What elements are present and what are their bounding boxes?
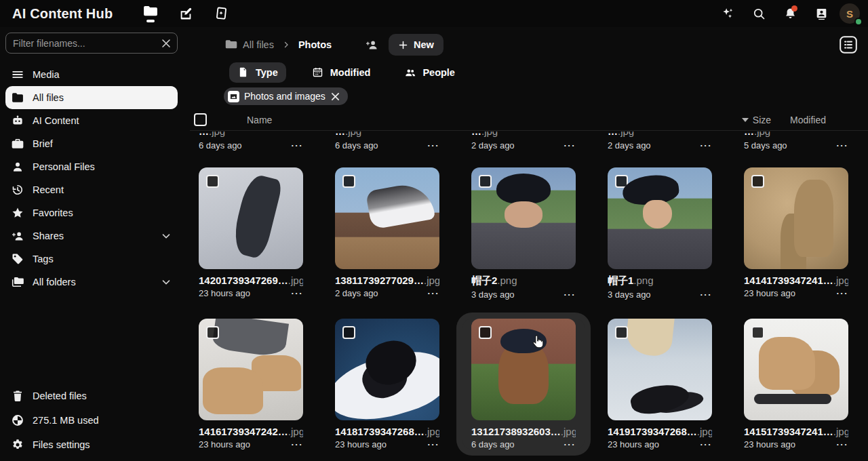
new-button[interactable]: New — [389, 34, 443, 56]
file-extension: .png — [633, 275, 653, 286]
file-checkbox[interactable] — [751, 326, 764, 339]
share-folder-button[interactable] — [361, 35, 382, 55]
app-title: AI Content Hub — [12, 6, 113, 22]
file-checkbox[interactable] — [615, 326, 628, 339]
file-modified: 23 hours ago — [335, 439, 387, 449]
chevron-down-icon[interactable] — [160, 276, 172, 288]
file-tile-hovered[interactable]: 13121738932603….jpg 6 days ago — [462, 319, 585, 449]
filter-chip-label: Modified — [330, 67, 371, 78]
sidebar-item-ai-content[interactable]: AI Content — [5, 109, 178, 132]
more-actions-button[interactable] — [837, 289, 849, 298]
remove-filter-button[interactable] — [330, 91, 341, 102]
filter-chip-modified[interactable]: Modified — [304, 62, 379, 83]
sidebar-item-label: Deleted files — [33, 390, 172, 401]
more-actions-button[interactable] — [837, 141, 849, 150]
files-app-button[interactable] — [136, 0, 165, 27]
breadcrumb: All files Photos — [225, 39, 332, 50]
file-tile[interactable]: 14141739347241….jpg 23 hours ago — [735, 167, 857, 300]
view-toggle-button[interactable] — [838, 35, 859, 55]
more-actions-button[interactable] — [428, 440, 440, 449]
file-tile[interactable]: 14151739347241….jpg 23 hours ago — [735, 319, 857, 449]
file-thumbnail — [335, 167, 439, 269]
file-tile[interactable]: 14191739347268….jpg 23 hours ago — [599, 319, 721, 449]
more-actions-button[interactable] — [564, 290, 576, 299]
sidebar-item-all-files[interactable]: All files — [5, 86, 178, 109]
file-tile[interactable]: 13811739277029….jpg 2 days ago — [326, 167, 448, 300]
sidebar-item-all-folders[interactable]: All folders — [5, 270, 178, 294]
more-actions-button[interactable] — [292, 289, 304, 298]
file-thumbnail — [744, 167, 848, 269]
more-actions-button[interactable] — [428, 141, 440, 150]
folder-icon — [143, 5, 158, 18]
column-header-size[interactable]: Size — [742, 115, 771, 125]
file-checkbox[interactable] — [342, 326, 355, 339]
file-tile[interactable]: 帽子1.png 3 days ago — [599, 167, 721, 300]
user-avatar[interactable]: S — [840, 3, 860, 24]
gear-icon — [11, 438, 24, 452]
sidebar-item-personal-files[interactable]: Personal Files — [5, 155, 178, 178]
notifications-button[interactable] — [777, 1, 803, 26]
clear-filter-button[interactable] — [159, 36, 174, 51]
active-filter-label: Photos and images — [244, 91, 326, 102]
file-thumbnail — [744, 319, 848, 420]
filter-chip-people[interactable]: People — [396, 62, 463, 83]
compose-icon — [178, 6, 193, 21]
file-modified: 23 hours ago — [744, 288, 795, 298]
file-tile[interactable]: 14161739347242….jpg 23 hours ago — [190, 319, 312, 449]
file-checkbox[interactable] — [615, 175, 628, 188]
photos-app-button[interactable] — [206, 0, 236, 27]
more-actions-button[interactable] — [292, 440, 304, 449]
ai-assistant-button[interactable] — [715, 1, 741, 26]
filter-filenames-input[interactable] — [5, 33, 178, 54]
sidebar-item-media[interactable]: Media — [5, 63, 178, 86]
sidebar-item-label: Personal Files — [33, 161, 172, 172]
compose-app-button[interactable] — [171, 0, 201, 27]
more-actions-button[interactable] — [564, 440, 576, 449]
active-filter-chip[interactable]: Photos and images — [224, 87, 348, 105]
file-checkbox[interactable] — [479, 326, 492, 339]
sidebar-item-label: All files — [33, 92, 172, 103]
file-tile-partial[interactable]: ….jpg 5 days ago — [735, 132, 857, 151]
file-tile-partial[interactable]: ….jpg 2 days ago — [599, 132, 721, 151]
sidebar-item-deleted-files[interactable]: Deleted files — [5, 384, 178, 408]
trash-icon — [11, 389, 24, 403]
file-tile-partial[interactable]: ….jpg 6 days ago — [190, 132, 312, 151]
column-header-name[interactable]: Name — [247, 115, 272, 125]
file-tile[interactable]: 14201739347269….jpg 23 hours ago — [190, 167, 312, 300]
more-actions-button[interactable] — [701, 141, 713, 150]
file-checkbox[interactable] — [206, 175, 219, 188]
sidebar-item-favorites[interactable]: Favorites — [5, 201, 178, 224]
file-tile-partial[interactable]: ….jpg 2 days ago — [462, 132, 585, 151]
select-all-checkbox[interactable] — [194, 113, 207, 126]
file-checkbox[interactable] — [206, 326, 219, 339]
contacts-button[interactable] — [808, 1, 834, 26]
list-view-icon — [839, 35, 858, 54]
file-tile[interactable]: 14181739347268….jpg 23 hours ago — [326, 319, 448, 449]
file-tile-partial[interactable]: ….jpg 6 days ago — [326, 132, 448, 151]
more-actions-button[interactable] — [564, 141, 576, 150]
more-actions-button[interactable] — [292, 141, 304, 150]
column-header-modified[interactable]: Modified — [790, 115, 826, 125]
sidebar-item-quota[interactable]: 275.1 MB used — [5, 408, 178, 433]
search-button[interactable] — [746, 1, 772, 26]
image-icon — [228, 91, 239, 102]
file-icon — [237, 66, 250, 79]
sidebar-item-tags[interactable]: Tags — [5, 247, 178, 270]
sidebar-item-recent[interactable]: Recent — [5, 178, 178, 201]
more-actions-button[interactable] — [428, 289, 440, 298]
chevron-down-icon[interactable] — [160, 230, 172, 242]
file-checkbox[interactable] — [751, 175, 764, 188]
sidebar-item-shares[interactable]: Shares — [5, 224, 178, 247]
sidebar-item-files-settings[interactable]: Files settings — [5, 433, 178, 457]
more-actions-button[interactable] — [837, 440, 849, 449]
file-checkbox[interactable] — [479, 175, 492, 188]
more-actions-button[interactable] — [701, 290, 713, 299]
filter-chip-type[interactable]: Type — [229, 62, 286, 83]
file-checkbox[interactable] — [342, 175, 355, 188]
more-actions-button[interactable] — [701, 440, 713, 449]
file-tile[interactable]: 帽子2.png 3 days ago — [462, 167, 585, 300]
sidebar-item-brief[interactable]: Brief — [5, 132, 178, 155]
file-name: 14161739347242… — [199, 426, 288, 437]
breadcrumb-all-files[interactable]: All files — [243, 39, 274, 50]
sidebar-item-label: Recent — [33, 184, 172, 195]
